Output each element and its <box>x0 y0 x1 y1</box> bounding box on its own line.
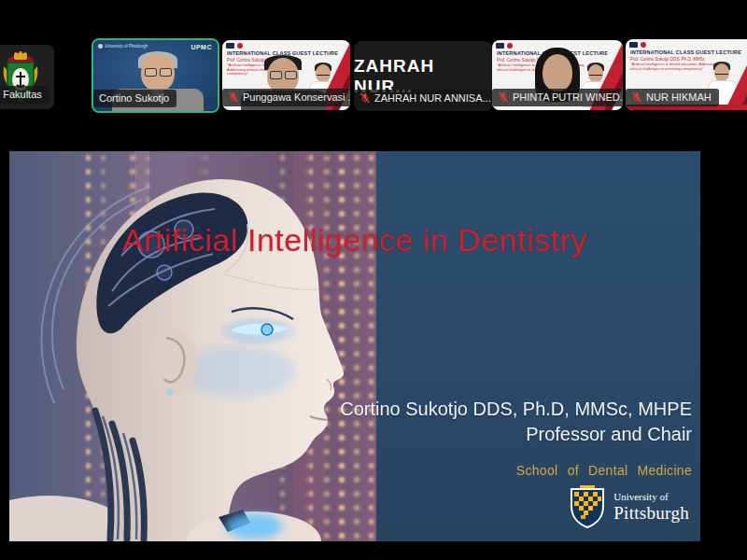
poster-red-logo-icon <box>641 42 646 48</box>
university-of-pittsburgh-logo: University of Pittsburgh <box>569 485 689 528</box>
pitt-mini-text: University of Pittsburgh <box>105 44 148 49</box>
poster-pitt-logo-icon <box>496 43 504 49</box>
participant-name-label: n Fakultas <box>0 86 49 104</box>
participant-name-text: Punggawa Konservasi ... <box>243 91 350 104</box>
meeting-window: n Fakultas University of Pittsburgh UPMC… <box>0 0 747 560</box>
mic-muted-icon <box>359 92 371 104</box>
presenter-role: Professor and Chair <box>340 422 692 447</box>
presenter-name: Cortino Sukotjo DDS, Ph.D, MMSc, MHPE <box>340 397 692 422</box>
pitt-logo-text: University of Pittsburgh <box>613 492 689 522</box>
mic-muted-icon <box>228 91 239 103</box>
robot-head-image <box>9 151 376 541</box>
participant-name-text: ZAHRAH NUR ANNISA... <box>374 91 491 105</box>
poster-pitt-logo-icon <box>226 43 234 49</box>
participant-tile-phinta[interactable]: INTERNATIONAL CLASS GUEST LECTURE Prof. … <box>492 40 623 110</box>
slide-background <box>376 151 700 541</box>
participant-name-label: ZAHRAH NUR ANNISA... <box>354 90 492 107</box>
pitt-mini-mark-icon <box>98 44 103 49</box>
pitt-mini-logo: University of Pittsburgh <box>98 44 148 49</box>
participant-name-label: Cortino Sukotjo <box>93 90 176 107</box>
mic-muted-icon <box>631 91 642 103</box>
pitt-shield-icon <box>569 485 606 528</box>
participant-tile-zahrah[interactable]: ZAHRAH NUR... ZAHRAH NUR ANNISA... <box>354 41 492 111</box>
upmc-logo-text: UPMC <box>190 44 212 50</box>
participant-name-text: Cortino Sukotjo <box>99 91 169 105</box>
shared-screen-slide: Artificial Intelligence in Dentistry Cor… <box>9 151 700 541</box>
mic-muted-icon <box>498 91 509 103</box>
participant-name-label: Punggawa Konservasi ... <box>222 89 350 106</box>
participant-name-text: NUR HIKMAH <box>646 91 712 104</box>
participant-tile-cortino-sukotjo[interactable]: University of Pittsburgh UPMC Cortino Su… <box>92 38 219 113</box>
poster-red-logo-icon <box>507 43 513 49</box>
participant-tile-fakultas[interactable]: n Fakultas <box>0 45 54 109</box>
school-name: School of Dental Medicine <box>340 463 692 478</box>
participant-tile-nur-hikmah[interactable]: INTERNATIONAL CLASS GUEST LECTURE Prof. … <box>626 39 747 110</box>
participant-name-label: PHINTA PUTRI WINED... <box>492 89 623 106</box>
slide-title: Artificial Intelligence in Dentistry <box>9 222 700 259</box>
participant-name-label: NUR HIKMAH <box>626 89 719 106</box>
participant-name-text: n Fakultas <box>0 88 42 101</box>
poster-title: INTERNATIONAL CLASS GUEST LECTURE <box>630 49 741 55</box>
participant-tile-punggawa[interactable]: INTERNATIONAL CLASS GUEST LECTURE Prof. … <box>222 40 350 110</box>
presenter-block: Cortino Sukotjo DDS, Ph.D, MMSc, MHPE Pr… <box>340 397 692 478</box>
poster-pitt-logo-icon <box>629 42 638 48</box>
poster-red-logo-icon <box>237 43 243 49</box>
pitt-logo-line2: Pittsburgh <box>613 504 689 522</box>
participant-name-text: PHINTA PUTRI WINED... <box>513 91 623 104</box>
pitt-logo-line1: University of <box>613 492 689 502</box>
poster-logos <box>226 43 243 49</box>
